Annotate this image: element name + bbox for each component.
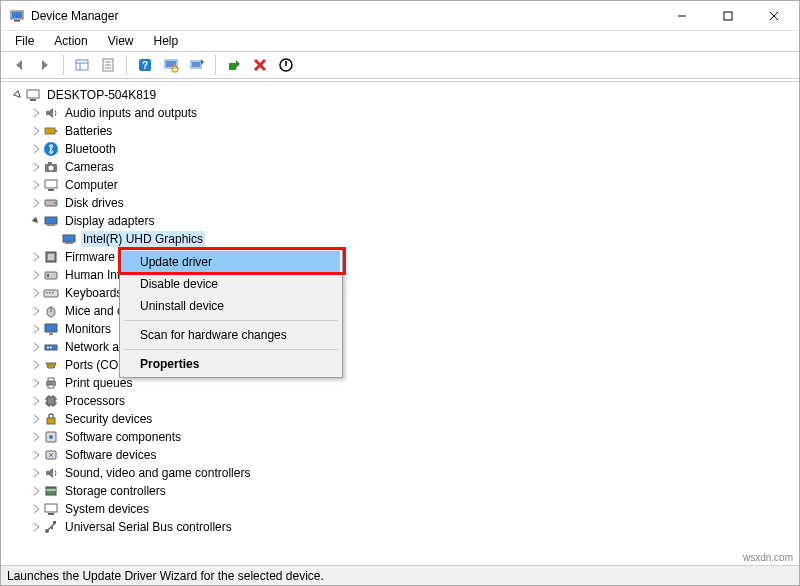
firmware-icon [43,249,59,265]
monitor-icon [43,321,59,337]
disk-icon [43,195,59,211]
computer-icon [43,177,59,193]
expand-icon[interactable] [29,322,43,336]
toolbar-separator [215,55,216,75]
ctx-uninstall-device[interactable]: Uninstall device [122,295,340,317]
expand-icon[interactable] [29,142,43,156]
expand-icon[interactable] [29,106,43,120]
camera-icon [43,159,59,175]
status-text: Launches the Update Driver Wizard for th… [7,569,324,583]
expand-icon[interactable] [29,430,43,444]
expand-icon[interactable] [29,268,43,282]
expand-icon[interactable] [29,124,43,138]
titlebar: Device Manager [1,1,799,31]
enable-device-button[interactable] [222,54,246,76]
svg-point-31 [49,166,54,171]
expand-icon[interactable] [29,286,43,300]
expand-icon[interactable] [29,394,43,408]
help-button[interactable]: ? [133,54,157,76]
forward-button[interactable] [33,54,57,76]
svg-point-56 [48,364,50,366]
tree-node-storage[interactable]: Storage controllers [3,482,797,500]
menu-file[interactable]: File [7,32,42,50]
tree-node-softdev[interactable]: Software devices [3,446,797,464]
tree-node-display-child[interactable]: Intel(R) UHD Graphics [3,230,797,248]
expand-icon[interactable] [29,412,43,426]
close-button[interactable] [751,1,797,31]
tree-node-usb[interactable]: Universal Serial Bus controllers [3,518,797,536]
svg-rect-38 [47,224,55,226]
tree-node-sound[interactable]: Sound, video and game controllers [3,464,797,482]
toolbar-separator [126,55,127,75]
collapse-icon[interactable] [11,88,25,102]
tree-node-system[interactable]: System devices [3,500,797,518]
svg-point-73 [49,435,53,439]
printer-icon [43,375,59,391]
window-title: Device Manager [31,9,118,23]
tree-node-disk[interactable]: Disk drives [3,194,797,212]
uninstall-device-button[interactable] [248,54,272,76]
status-bar: Launches the Update Driver Wizard for th… [1,565,799,585]
speaker-icon [43,465,59,481]
tree-root[interactable]: DESKTOP-504K819 [3,86,797,104]
expand-icon[interactable] [29,520,43,534]
tree-node-display[interactable]: Display adapters [3,212,797,230]
tree-node-cameras[interactable]: Cameras [3,158,797,176]
ctx-disable-device[interactable]: Disable device [122,273,340,295]
expand-icon[interactable] [29,358,43,372]
update-driver-button[interactable] [185,54,209,76]
tree-node-security[interactable]: Security devices [3,410,797,428]
svg-rect-46 [46,292,48,294]
expand-icon[interactable] [29,376,43,390]
svg-rect-52 [49,333,53,335]
tree-node-softcomp[interactable]: Software components [3,428,797,446]
svg-rect-44 [47,274,49,277]
software-icon [43,429,59,445]
svg-rect-48 [52,292,54,294]
expand-icon[interactable] [29,304,43,318]
display-adapter-icon [43,213,59,229]
maximize-button[interactable] [705,1,751,31]
tree-node-audio[interactable]: Audio inputs and outputs [3,104,797,122]
menu-action[interactable]: Action [46,32,95,50]
tree-node-bluetooth[interactable]: Bluetooth [3,140,797,158]
expand-icon[interactable] [29,178,43,192]
svg-rect-78 [48,513,54,515]
lock-icon [43,411,59,427]
scan-hardware-button[interactable] [159,54,183,76]
context-menu: Update driver Disable device Uninstall d… [119,248,343,378]
expand-icon[interactable] [29,196,43,210]
battery-icon [43,123,59,139]
expand-icon[interactable] [29,502,43,516]
svg-rect-40 [65,242,73,244]
svg-rect-77 [45,504,57,512]
expand-icon[interactable] [29,160,43,174]
svg-rect-51 [45,324,57,332]
ctx-update-driver[interactable]: Update driver [122,251,340,273]
menu-help[interactable]: Help [146,32,187,50]
ctx-properties[interactable]: Properties [122,353,340,375]
menu-view[interactable]: View [100,32,142,50]
expand-icon[interactable] [29,448,43,462]
collapse-icon[interactable] [29,214,43,228]
svg-rect-27 [45,128,55,134]
app-icon [9,8,25,24]
minimize-button[interactable] [659,1,705,31]
tree-node-processors[interactable]: Processors [3,392,797,410]
disable-device-button[interactable] [274,54,298,76]
hid-icon [43,267,59,283]
svg-rect-28 [55,130,57,132]
svg-rect-32 [48,162,52,164]
expand-icon[interactable] [29,250,43,264]
tree-node-computer[interactable]: Computer [3,176,797,194]
properties-button[interactable] [96,54,120,76]
expand-icon[interactable] [29,466,43,480]
show-hide-button[interactable] [70,54,94,76]
ctx-scan-hardware[interactable]: Scan for hardware changes [122,324,340,346]
expand-icon[interactable] [29,484,43,498]
expand-icon[interactable] [29,340,43,354]
storage-icon [43,483,59,499]
tree-node-batteries[interactable]: Batteries [3,122,797,140]
svg-rect-47 [49,292,51,294]
back-button[interactable] [7,54,31,76]
